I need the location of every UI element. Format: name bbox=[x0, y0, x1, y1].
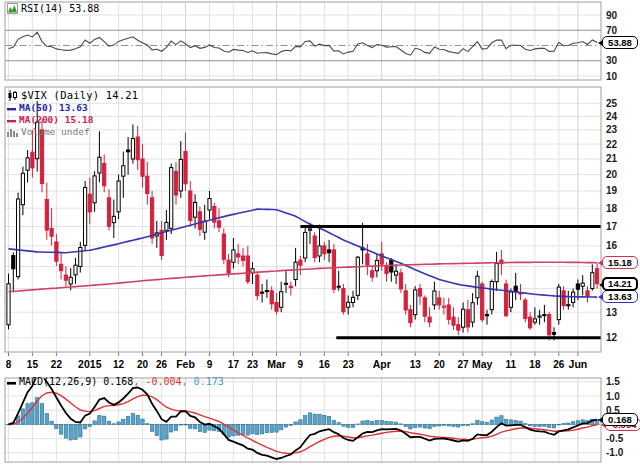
macd-tick-label: -1.0 bbox=[606, 447, 624, 458]
price-tick-label: 24 bbox=[606, 111, 618, 122]
price-tick-label: 18 bbox=[606, 203, 618, 214]
volume-legend: Volume undef bbox=[7, 126, 90, 140]
chart-canvas: 907030102524232221201918171613121.51.00.… bbox=[0, 0, 640, 465]
macd-legend-signal: -0.004 bbox=[145, 376, 181, 387]
ma50-value-box: 13.63 bbox=[602, 290, 638, 303]
x-axis-label: Mar bbox=[267, 358, 286, 370]
stockchart-app: 907030102524232221201918171613121.51.00.… bbox=[0, 0, 640, 465]
rsi-tick-label: 30 bbox=[606, 55, 618, 66]
x-axis-label: Feb bbox=[176, 358, 195, 370]
macd-value-box: 0.168 bbox=[602, 413, 638, 426]
x-axis-label: 13 bbox=[410, 359, 422, 370]
ma200-legend-text: MA(200) 15.18 bbox=[19, 114, 93, 125]
ma50-legend-text: MA(50) 13.63 bbox=[19, 102, 88, 113]
x-axis-label: 23 bbox=[343, 359, 355, 370]
x-axis-label: 12 bbox=[113, 359, 125, 370]
rsi-legend-value: 53.88 bbox=[69, 3, 99, 14]
macd-line-icon bbox=[7, 378, 16, 390]
x-axis-label: 18 bbox=[529, 359, 541, 370]
x-axis-label: 16 bbox=[319, 359, 331, 370]
rsi-tick-label: 70 bbox=[606, 25, 618, 36]
x-axis-label: 17 bbox=[228, 359, 240, 370]
x-axis-label: 2015 bbox=[78, 358, 102, 370]
x-axis-label: Apr bbox=[373, 358, 391, 370]
x-axis-label: 9 bbox=[207, 359, 213, 370]
x-axis-label: 26 bbox=[553, 359, 565, 370]
volume-bars-icon bbox=[7, 128, 18, 140]
price-tick-label: 12 bbox=[606, 332, 618, 343]
x-axis-label: 20 bbox=[137, 359, 149, 370]
rsi-legend: RSI(14) 53.88 bbox=[7, 3, 99, 17]
x-axis-label: May bbox=[472, 358, 493, 370]
price-tick-label: 23 bbox=[606, 124, 618, 135]
last-price-box: 14.21 bbox=[602, 277, 638, 291]
x-axis-label: 8 bbox=[6, 359, 12, 370]
price-tick-label: 20 bbox=[606, 169, 618, 180]
rsi-value-box: 53.88 bbox=[602, 36, 638, 49]
rsi-tick-label: 90 bbox=[606, 10, 618, 21]
macd-tick-label: 1.5 bbox=[606, 376, 620, 387]
macd-legend-label: MACD(12,26,9) 0.168 bbox=[19, 376, 133, 387]
x-axis-label: 9 bbox=[298, 359, 304, 370]
symbol-legend-text: $VIX (Daily) 14.21 bbox=[21, 89, 138, 101]
macd-legend-hist: 0.173 bbox=[194, 376, 224, 387]
x-axis-label: 27 bbox=[458, 359, 470, 370]
price-tick-label: 13 bbox=[606, 307, 618, 318]
macd-legend-sep1: , bbox=[133, 376, 145, 387]
price-tick-label: 25 bbox=[606, 98, 618, 109]
x-axis-label: 11 bbox=[506, 359, 517, 370]
rsi-chart-icon bbox=[7, 3, 18, 17]
x-axis-label: Jun bbox=[569, 358, 588, 370]
price-tick-label: 21 bbox=[606, 153, 618, 164]
price-tick-label: 16 bbox=[606, 240, 618, 251]
x-axis-label: 26 bbox=[156, 359, 168, 370]
price-tick-label: 22 bbox=[606, 139, 618, 150]
rsi-tick-label: 10 bbox=[606, 71, 618, 82]
volume-legend-text: Volume undef bbox=[21, 126, 90, 137]
price-tick-label: 17 bbox=[606, 221, 618, 232]
x-axis-label: 22 bbox=[51, 359, 63, 370]
x-axis-label: 15 bbox=[27, 359, 39, 370]
macd-legend: MACD(12,26,9) 0.168, -0.004, 0.173 bbox=[7, 376, 224, 390]
symbol-legend: $VIX (Daily) 14.21 bbox=[7, 89, 138, 103]
price-tick-label: 19 bbox=[606, 185, 618, 196]
x-axis-label: 20 bbox=[434, 359, 446, 370]
ma200-value-box: 15.18 bbox=[602, 256, 638, 269]
rsi-legend-label: RSI(14) bbox=[21, 3, 63, 14]
macd-tick-label: 1.0 bbox=[606, 391, 620, 402]
macd-legend-sep2: , bbox=[182, 376, 194, 387]
macd-tick-label: -0.5 bbox=[606, 433, 624, 444]
x-axis-label: 23 bbox=[247, 359, 259, 370]
